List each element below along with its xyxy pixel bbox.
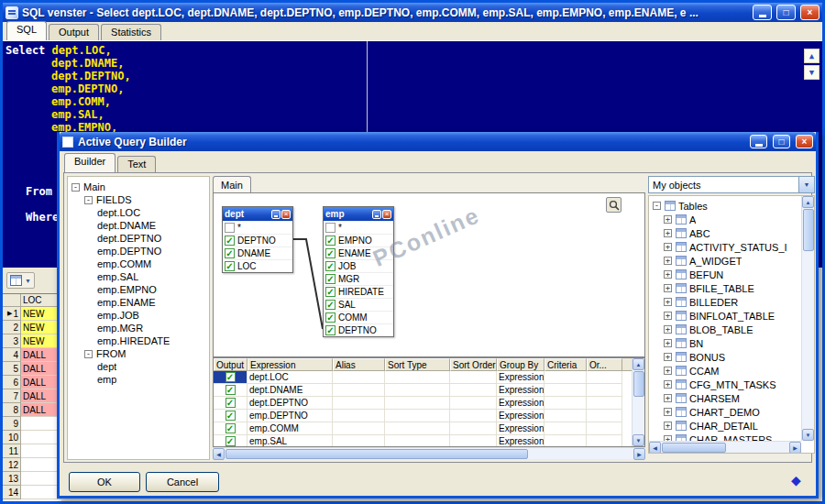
grid-cell[interactable]: dept.DEPTNO: [248, 397, 333, 410]
grid-header-group-by[interactable]: Group By: [497, 358, 544, 371]
object-table-char_detail[interactable]: +CHAR_DETAIL: [649, 419, 814, 433]
grid-header-sort-type[interactable]: Sort Type: [385, 358, 450, 371]
result-row[interactable]: 5DALL: [3, 362, 61, 376]
ok-button[interactable]: OK: [69, 472, 140, 492]
grid-header-or-[interactable]: Or...: [587, 358, 622, 371]
column-checkbox[interactable]: ✓: [325, 248, 336, 258]
grid-cell[interactable]: Expression: [497, 371, 544, 384]
output-cell[interactable]: ✓: [214, 422, 248, 435]
scroll-down-icon[interactable]: ▼: [802, 429, 814, 441]
grid-row[interactable]: ✓emp.COMMExpression: [214, 422, 644, 435]
collapse-icon[interactable]: -: [653, 202, 661, 210]
grid-cell[interactable]: [587, 397, 622, 410]
grid-cell[interactable]: [544, 371, 587, 384]
result-row[interactable]: 11: [3, 444, 61, 458]
grid-cell[interactable]: [450, 397, 497, 410]
object-table-abc[interactable]: +ABC: [649, 226, 814, 240]
object-table-bonus[interactable]: +BONUS: [649, 350, 814, 364]
grid-cell[interactable]: [450, 422, 497, 435]
expand-icon[interactable]: +: [664, 380, 672, 389]
grid-cell[interactable]: [450, 435, 497, 447]
tree-item-emp-sal[interactable]: emp.SAL: [68, 270, 209, 283]
result-row[interactable]: 2NEW: [3, 321, 61, 334]
column-checkbox[interactable]: ✓: [325, 325, 336, 335]
tab-output[interactable]: Output: [49, 24, 99, 40]
scroll-up-icon[interactable]: ▲: [632, 358, 644, 370]
table-titlebar[interactable]: dept×: [223, 207, 292, 221]
scroll-up-icon[interactable]: ▲: [802, 196, 814, 208]
output-checkbox[interactable]: ✓: [226, 411, 236, 421]
table-column-empno[interactable]: ✓EMPNO: [324, 234, 393, 247]
scroll-left-icon[interactable]: ◀: [213, 448, 225, 460]
table-column-deptno[interactable]: ✓DEPTNO: [223, 234, 292, 247]
column-checkbox[interactable]: [325, 223, 336, 233]
close-button[interactable]: ×: [800, 5, 820, 20]
grid-row[interactable]: ✓emp.DEPTNOExpression: [214, 410, 644, 422]
grid-cell[interactable]: Expression: [497, 435, 544, 447]
output-checkbox[interactable]: ✓: [226, 423, 236, 433]
grid-cell[interactable]: Expression: [497, 410, 544, 422]
expand-icon[interactable]: +: [664, 312, 672, 320]
grid-row[interactable]: ✓emp.SALExpression: [214, 435, 644, 447]
main-titlebar[interactable]: SQL venster - Select dept.LOC, dept.DNAM…: [3, 3, 822, 22]
grid-cell[interactable]: [587, 371, 622, 384]
grid-cell[interactable]: emp.COMM: [248, 422, 333, 435]
grid-header-sort-order[interactable]: Sort Order: [450, 358, 497, 371]
grid-mode-button[interactable]: ▼: [6, 272, 35, 289]
result-row[interactable]: 12: [3, 458, 61, 472]
grid-row[interactable]: ✓dept.DEPTNOExpression: [214, 397, 644, 410]
table-column-mgr[interactable]: ✓MGR: [324, 272, 393, 285]
table-column-star[interactable]: *: [324, 221, 393, 234]
table-column-ename[interactable]: ✓ENAME: [324, 247, 393, 259]
table-column-hiredate[interactable]: ✓HIREDATE: [324, 285, 393, 298]
result-row[interactable]: 13: [3, 472, 61, 486]
tree-item-main[interactable]: -Main: [68, 181, 209, 193]
grid-cell[interactable]: [385, 371, 450, 384]
grid-header-expression[interactable]: Expression: [248, 358, 333, 371]
grid-vscrollbar[interactable]: ▲ ▼: [632, 358, 644, 446]
output-cell[interactable]: ✓: [214, 435, 248, 447]
expand-icon[interactable]: +: [664, 243, 672, 251]
expand-icon[interactable]: +: [664, 215, 672, 224]
scroll-right-icon[interactable]: ▶: [789, 442, 801, 454]
grid-row[interactable]: ✓dept.DNAMEExpression: [214, 384, 644, 397]
object-table-cfg_mtn_tasks[interactable]: +CFG_MTN_TASKS: [649, 378, 814, 391]
grid-cell[interactable]: [333, 410, 385, 422]
object-table-activity_status_i[interactable]: +ACTIVITY_STATUS_I: [649, 240, 814, 254]
minimize-button[interactable]: [753, 5, 772, 20]
collapse-icon[interactable]: -: [72, 183, 80, 192]
expand-icon[interactable]: +: [664, 422, 672, 430]
grid-cell[interactable]: [450, 384, 497, 397]
result-row[interactable]: ▶1NEW: [3, 307, 61, 321]
object-table-a_widget[interactable]: +A_WIDGET: [649, 254, 814, 268]
tree-item-emp-empno[interactable]: emp.EMPNO: [68, 283, 209, 296]
result-row[interactable]: 6DALL: [3, 376, 61, 389]
expand-icon[interactable]: +: [664, 298, 672, 306]
expand-icon[interactable]: +: [664, 408, 672, 416]
expand-icon[interactable]: +: [664, 325, 672, 334]
output-cell[interactable]: ✓: [214, 397, 248, 410]
result-row[interactable]: 9: [3, 417, 61, 431]
result-row[interactable]: 10: [3, 431, 61, 444]
expand-icon[interactable]: +: [664, 229, 672, 237]
table-column-star[interactable]: *: [223, 221, 292, 234]
tree-item-emp-hiredate[interactable]: emp.HIREDATE: [68, 334, 209, 347]
grid-cell[interactable]: [333, 435, 385, 447]
grid-cell[interactable]: dept.DNAME: [248, 384, 333, 397]
column-checkbox[interactable]: ✓: [325, 300, 336, 310]
scrollbar-thumb[interactable]: [633, 371, 644, 397]
grid-cell[interactable]: Expression: [497, 422, 544, 435]
grid-cell[interactable]: [333, 384, 385, 397]
tree-item-emp-comm[interactable]: emp.COMM: [68, 257, 209, 270]
objects-selector[interactable]: My objects ▼: [648, 176, 815, 193]
grid-cell[interactable]: Expression: [497, 397, 544, 410]
expand-icon[interactable]: +: [664, 284, 672, 292]
cancel-button[interactable]: Cancel: [146, 472, 219, 492]
column-checkbox[interactable]: ✓: [225, 236, 235, 246]
grid-header-output[interactable]: Output: [214, 358, 248, 371]
scroll-down-icon[interactable]: ▼: [804, 65, 820, 80]
column-checkbox[interactable]: ✓: [325, 236, 336, 246]
object-table-befun[interactable]: +BEFUN: [649, 268, 814, 281]
results-column-header[interactable]: LOC: [21, 294, 61, 307]
object-table-bfile_table[interactable]: +BFILE_TABLE: [649, 281, 814, 295]
